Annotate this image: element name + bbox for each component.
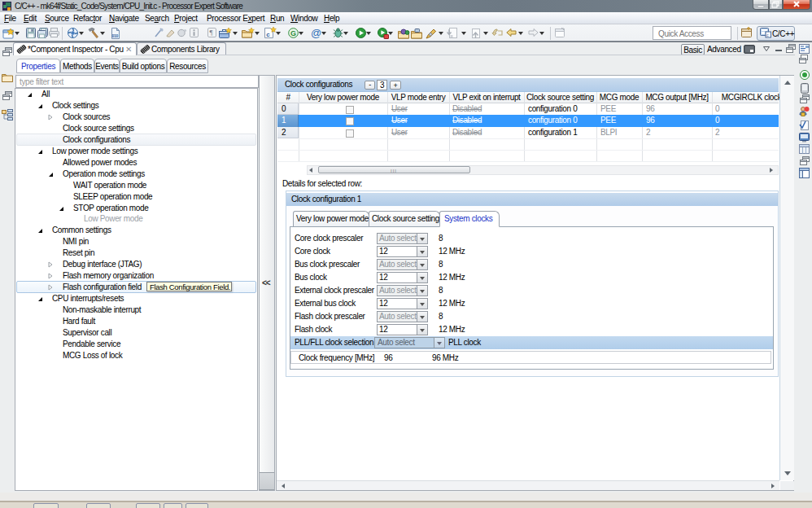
svg-text:@: @ [311, 28, 321, 38]
svg-text:G: G [290, 29, 296, 37]
svg-text:¶: ¶ [210, 28, 213, 37]
svg-text:010: 010 [112, 33, 119, 38]
